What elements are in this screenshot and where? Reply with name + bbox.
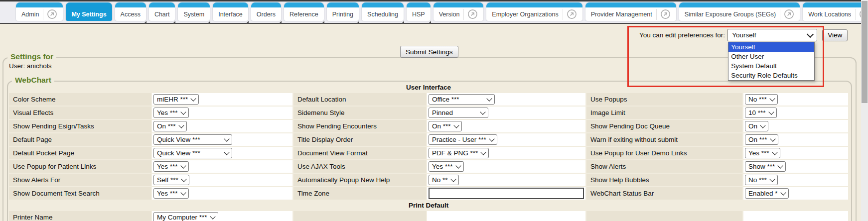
- tab-interface[interactable]: Interface: [213, 2, 248, 21]
- view-button[interactable]: View: [822, 29, 848, 41]
- setting-value-cell: On ***: [152, 120, 292, 132]
- setting-value-cell: 10 ***: [743, 107, 848, 119]
- dropdown-caret-icon: [428, 21, 431, 24]
- setting-label-image-limit: Image Limit: [586, 107, 742, 119]
- select-value: On ***: [157, 122, 176, 130]
- settings-row: Color SchememiEHR ***Default LocationOff…: [9, 93, 848, 106]
- document-view-format-select[interactable]: PDF & PNG ***: [429, 148, 489, 158]
- tab-my-settings[interactable]: My Settings: [66, 2, 112, 21]
- chevron-down-icon: [780, 190, 786, 195]
- use-ajax-tools-select[interactable]: Yes ***: [429, 161, 464, 172]
- scrollbar-thumb[interactable]: [862, 1, 868, 103]
- setting-value-cell: Yes ***: [152, 107, 292, 119]
- setting-label-automatically-popup-new-help: Automatically Popup New Help: [293, 174, 426, 186]
- setting-label-use-popup-for-patient-links: Use Popup for Patient Links: [9, 160, 151, 173]
- tab-provider-management[interactable]: Provider Management: [585, 2, 676, 21]
- tab-printing[interactable]: Printing: [327, 2, 359, 21]
- chevron-down-icon: [760, 122, 765, 128]
- setting-label-empty: [293, 211, 426, 221]
- tab-version[interactable]: Version: [434, 2, 484, 21]
- default-page-select[interactable]: Quick View ***: [153, 134, 232, 145]
- setting-value-cell: Yes ***: [152, 160, 292, 173]
- external-link-icon[interactable]: [780, 9, 794, 20]
- setting-label-document-view-format: Document View Format: [293, 147, 426, 159]
- sidemenu-style-select[interactable]: Pinned: [429, 108, 488, 118]
- vertical-scrollbar[interactable]: [861, 0, 868, 221]
- settings-row: Show Alerts ForSelf ***Automatically Pop…: [9, 174, 848, 186]
- setting-label-default-page: Default Page: [9, 133, 151, 146]
- show-alerts-select[interactable]: Show ***: [745, 161, 786, 172]
- use-popup-for-patient-links-select[interactable]: Yes ***: [153, 161, 189, 172]
- tab-reference[interactable]: Reference: [284, 2, 324, 21]
- setting-value-cell: No ***: [743, 93, 848, 106]
- tab-admin[interactable]: Admin: [16, 2, 63, 21]
- tab-orders[interactable]: Orders: [251, 2, 281, 21]
- tab-label: Interface: [218, 11, 243, 18]
- dropdown-caret-icon: [401, 21, 404, 24]
- use-popup-for-user-demo-links-select[interactable]: Yes ***: [745, 148, 780, 158]
- external-link-icon[interactable]: [463, 9, 478, 20]
- setting-value-cell: [743, 211, 848, 221]
- show-pending-doc-queue-select[interactable]: On: [745, 121, 768, 131]
- warn-if-exiting-without-submit-select[interactable]: On ***: [745, 134, 778, 145]
- setting-value-cell: [427, 211, 585, 221]
- chevron-down-icon: [486, 96, 492, 101]
- tab-label: Chart: [154, 11, 170, 18]
- color-scheme-select[interactable]: miEHR ***: [153, 94, 199, 105]
- show-document-text-search-select[interactable]: Yes ***: [153, 188, 189, 199]
- time-zone-input[interactable]: [429, 188, 584, 199]
- setting-value-cell: On: [743, 120, 848, 132]
- select-value: 10 ***: [748, 109, 766, 116]
- setting-label-use-popups: Use Popups: [586, 93, 742, 106]
- title-display-order-select[interactable]: Practice - User ***: [429, 134, 497, 145]
- default-location-select[interactable]: Office ***: [429, 94, 495, 105]
- default-pocket-page-select[interactable]: Quick View ***: [153, 148, 232, 158]
- submit-settings-button[interactable]: Submit Settings: [400, 46, 458, 58]
- tab-work-locations[interactable]: Work Locations: [803, 2, 868, 21]
- chevron-down-icon: [768, 109, 774, 114]
- dropdown-caret-icon: [279, 21, 282, 24]
- select-value: Yes ***: [748, 149, 769, 157]
- visual-effects-select[interactable]: Yes ***: [153, 108, 189, 118]
- chevron-down-icon: [178, 122, 184, 128]
- chevron-down-icon: [778, 163, 783, 168]
- setting-label-show-help-bubbles: Show Help Bubbles: [586, 174, 742, 186]
- webchart-status-bar-select[interactable]: Enabled *: [745, 188, 789, 199]
- setting-label-show-pending-esign-tasks: Show Pending Esign/Tasks: [9, 120, 151, 132]
- external-link-icon[interactable]: [656, 9, 671, 20]
- option-other-user[interactable]: Other User: [728, 52, 814, 61]
- chevron-down-icon: [770, 136, 775, 141]
- setting-value-cell: Pinned: [427, 107, 585, 119]
- automatically-popup-new-help-select[interactable]: No **: [429, 175, 459, 185]
- option-security-role-defaults[interactable]: Security Role Defaults: [728, 71, 814, 80]
- show-pending-encounters-select[interactable]: On ***: [429, 121, 462, 131]
- chevron-down-icon: [180, 163, 186, 168]
- option-yourself[interactable]: Yourself: [728, 42, 814, 52]
- tab-chart[interactable]: Chart: [149, 2, 175, 21]
- image-limit-select[interactable]: 10 ***: [745, 108, 777, 118]
- select-value: Yes ***: [157, 163, 178, 170]
- external-link-icon[interactable]: [563, 9, 577, 20]
- select-value: miEHR ***: [157, 96, 188, 103]
- dropdown-caret-icon: [144, 21, 146, 24]
- show-help-bubbles-select[interactable]: No ***: [745, 175, 778, 185]
- show-pending-esign-tasks-select[interactable]: On ***: [153, 121, 187, 131]
- select-value: On: [748, 122, 757, 130]
- tab-similar-exposure-groups-segs[interactable]: Similar Exposure Groups (SEGs): [679, 2, 800, 21]
- edit-preferences-select[interactable]: Yourself YourselfOther UserSystem Defaul…: [727, 29, 817, 41]
- setting-value-cell: PDF & PNG ***: [427, 147, 585, 159]
- setting-label-sidemenu-style: Sidemenu Style: [293, 107, 426, 119]
- show-alerts-for-select[interactable]: Self ***: [153, 175, 189, 185]
- chevron-down-icon: [481, 149, 486, 155]
- printer-name-select[interactable]: My Computer ***: [153, 212, 218, 221]
- option-system-default[interactable]: System Default: [728, 61, 814, 71]
- tab-employer-organizations[interactable]: Employer Organizations: [486, 2, 582, 21]
- tab-hsp[interactable]: HSP: [407, 2, 431, 21]
- external-link-icon[interactable]: [43, 9, 57, 20]
- tab-scheduling[interactable]: Scheduling: [362, 2, 404, 21]
- setting-label-time-zone: Time Zone: [293, 187, 426, 200]
- tab-access[interactable]: Access: [115, 2, 146, 21]
- use-popups-select[interactable]: No ***: [745, 94, 778, 105]
- tab-system[interactable]: System: [178, 2, 210, 21]
- select-value: Show ***: [748, 163, 775, 170]
